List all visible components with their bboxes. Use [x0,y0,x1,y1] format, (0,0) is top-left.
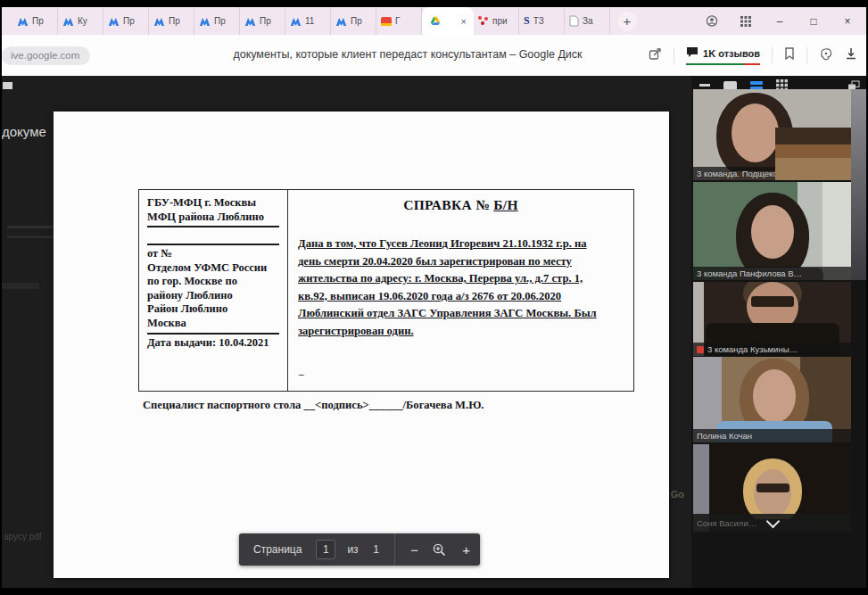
browser-tab[interactable]: Ку [58,7,103,35]
browser-tab[interactable]: Пр [12,7,58,35]
zoom-magnifier-icon[interactable] [432,542,447,558]
profile-icon[interactable] [706,15,718,28]
video-tile[interactable]: 3 команда Панфилова В… [693,182,851,280]
divider [806,47,807,63]
speaker-view-icon[interactable] [723,81,737,90]
total-pages: 1 [370,543,383,556]
maximize-icon[interactable]: □ [807,15,820,28]
participant-name: 3 команда Кузьмины… [707,344,798,354]
ref-line: от № [147,247,279,261]
tab-label: ТЗ [533,16,544,26]
tab-bar: Пр Ку Пр Пр Пр Пр 11 Пр Г × при S ТЗ [2,7,866,35]
filmstrip-view-icon[interactable] [750,81,763,90]
chevron-down-icon [765,515,780,529]
browser-tab[interactable]: Пр [103,7,149,35]
page-navigation-bar: Страница 1 из 1 − + [239,533,480,566]
document-page: ГБУ-МФЦ г. Москвы МФЦ района Люблино от … [54,112,669,578]
current-page-input[interactable]: 1 [316,540,335,559]
s-logo-icon: S [524,14,530,28]
browser-tab[interactable]: S ТЗ [519,7,565,35]
reviews-badge[interactable]: 1K отзывов [686,45,760,65]
background-artifact [2,283,39,289]
video-tile[interactable]: 3 команда Кузьмины… [693,282,851,356]
bookmark-icon[interactable] [784,47,795,63]
tab-label: Пр [123,16,135,26]
page-label: Страница [253,543,302,556]
browser-tab[interactable]: За [565,7,610,35]
minimize-icon[interactable]: – [773,15,786,28]
body-line: кв.92, выписан 19.06.2020 года а/з 2676 … [298,288,624,306]
browser-tab[interactable]: Пр [149,7,194,35]
browser-tab[interactable]: Пр [240,7,285,35]
participant-name-bar: 3 команда. Подщеколди… [693,167,851,180]
browser-tab[interactable]: при [474,7,519,35]
background-artifact [3,82,12,89]
silhouette-face [754,469,791,517]
document-body: Дана в том, что Гусев Леонид Игоревич 21… [298,236,624,340]
browser-tab[interactable]: Г [376,7,422,35]
minimize-panel-icon[interactable] [699,84,710,87]
video-tile[interactable]: Соня Васили… [693,444,851,532]
participant-name-bar: Полина Кочан [693,429,851,442]
zoom-in-button[interactable]: + [459,542,475,558]
video-tile[interactable]: 3 команда. Подщеколди… [693,89,851,180]
m-logo-icon [199,16,211,27]
document-header-cell: ГБУ-МФЦ г. Москвы МФЦ района Люблино от … [139,190,288,391]
page-title: документы, которые клиент передаст консу… [149,48,666,61]
ref-line: Отделом УФМС России [147,261,279,276]
body-line: жительства по адресу: г. Москва, Перерва… [298,270,624,288]
mail-icon [381,17,392,26]
url-chip[interactable]: ive.google.com [2,46,90,65]
browser-tab[interactable]: Пр [194,7,240,35]
divider [147,244,279,245]
m-logo-icon [62,16,74,27]
body-line: день смерти 20.04.2020 был зарегистриров… [298,253,624,271]
active-tab-google-drive[interactable]: × [422,7,474,35]
video-tile[interactable]: Полина Кочан [693,357,851,442]
conference-panel: 3 команда. Подщеколди… 3 команда Панфило… [691,76,866,588]
document-table: ГБУ-МФЦ г. Москвы МФЦ района Люблино от … [138,189,634,392]
divider [772,47,773,63]
drive-preview-overlay: докуме арусу pdf в Go ГБУ-МФЦ г. Москвы … [2,76,866,588]
org-line: ГБУ-МФЦ г. Москвы [147,196,279,211]
tab-label: Г [395,16,400,26]
extension-icon[interactable] [819,47,833,64]
divider [147,333,279,335]
participant-name: 3 команда. Подщеколди… [697,169,800,178]
new-tab-button[interactable]: + [617,12,637,31]
dots-logo-icon [478,16,489,26]
tab-label: Пр [214,16,226,26]
preview-file-title: докуме [2,124,54,139]
background-artifact [851,89,866,280]
tab-label: За [583,16,593,26]
org-block: ГБУ-МФЦ г. Москвы МФЦ района Люблино [147,196,279,227]
m-logo-icon [290,16,302,27]
collapse-strip-button[interactable] [693,514,851,532]
silhouette-face [751,205,794,259]
share-icon[interactable] [649,47,662,64]
apps-grid-icon[interactable] [740,15,752,28]
of-label: из [347,543,358,556]
download-icon[interactable] [845,47,857,63]
participant-name-bar: Соня Васили… [693,514,851,532]
body-line: зарегистрирован один. [298,323,624,341]
window-controls: – □ × [706,15,866,28]
zoom-out-button[interactable]: − [407,542,423,558]
browser-tab[interactable]: 11 [285,7,331,35]
close-window-icon[interactable]: × [841,15,854,28]
browser-toolbar: ive.google.com документы, которые клиент… [2,35,866,76]
browser-tab[interactable]: Пр [331,7,376,35]
rating-bar [686,63,760,66]
ref-line: району Люблино [147,289,279,303]
tab-label: Пр [260,16,271,26]
silhouette-face [732,103,779,162]
tab-label: Пр [169,16,180,26]
tab-label: при [492,16,508,26]
alert-icon [697,346,704,353]
m-logo-icon [108,16,120,27]
close-tab-icon[interactable]: × [461,16,467,27]
participant-name: Полина Кочан [697,431,752,441]
tab-label: Пр [351,16,362,26]
document-title-number: Б/Н [493,197,518,212]
reviews-count: 1K отзывов [703,48,760,59]
